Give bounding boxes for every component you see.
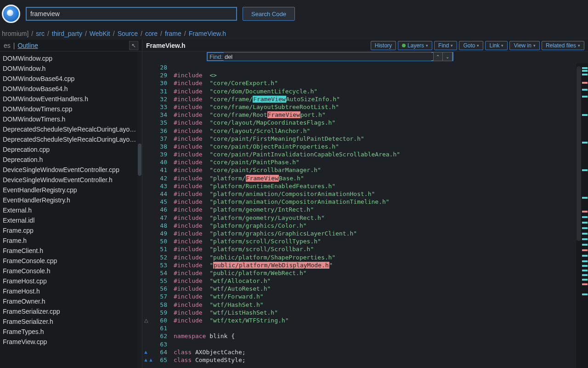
ruler-mark[interactable] bbox=[582, 255, 588, 257]
sidebar-file-list[interactable]: DOMWindow.cppDOMWindow.hDOMWindowBase64.… bbox=[0, 52, 142, 368]
ruler-mark[interactable] bbox=[582, 211, 588, 213]
code-line[interactable]: #include "wtf/Allocator.h" bbox=[174, 277, 588, 285]
ruler-mark[interactable] bbox=[582, 238, 588, 240]
code-line[interactable]: #include "platform/animation/CompositorA… bbox=[174, 198, 588, 206]
sidebar-file-item[interactable]: DOMWindowTimers.cpp bbox=[0, 104, 142, 114]
sidebar-file-item[interactable]: DeviceSingleWindowEventController.h bbox=[0, 175, 142, 185]
code-line[interactable]: #include "platform/scroll/Scrollbar.h" bbox=[174, 245, 588, 253]
sidebar-file-item[interactable]: External.h bbox=[0, 205, 142, 215]
code-line[interactable]: #include "core/CoreExport.h" bbox=[174, 79, 588, 87]
sidebar-file-item[interactable]: FrameHost.h bbox=[0, 286, 142, 296]
sidebar-file-item[interactable]: DeviceSingleWindowEventController.cpp bbox=[0, 165, 142, 175]
sidebar-file-item[interactable]: DOMWindowBase64.cpp bbox=[0, 74, 142, 84]
code-line[interactable] bbox=[174, 340, 588, 348]
ruler-mark[interactable] bbox=[582, 274, 588, 276]
sidebar-file-item[interactable]: FrameOwner.h bbox=[0, 296, 142, 306]
sidebar-file-item[interactable]: DeprecatedScheduleStyleRecalcDuringLayou… bbox=[0, 124, 142, 134]
sidebar-file-item[interactable]: FrameSerializer.cpp bbox=[0, 306, 142, 316]
code-line[interactable]: #include "wtf/text/WTFString.h" bbox=[174, 316, 588, 324]
code-line[interactable]: class AXObjectCache; bbox=[174, 348, 588, 356]
code-area[interactable]: △▲▲▲ 28293031323334353637383940414243444… bbox=[142, 52, 588, 368]
code-line[interactable]: #include "platform/animation/CompositorA… bbox=[174, 190, 588, 198]
find-button[interactable]: Find▾ bbox=[434, 41, 457, 50]
code-line[interactable]: #include "platform/graphics/Color.h" bbox=[174, 222, 588, 230]
code-line[interactable]: #include <> bbox=[174, 71, 588, 79]
sidebar-file-item[interactable]: FrameHost.cpp bbox=[0, 276, 142, 286]
code-line[interactable] bbox=[174, 324, 588, 332]
code-line[interactable]: #include "public/platform/ShapePropertie… bbox=[174, 253, 588, 261]
breadcrumb-segment[interactable]: Source bbox=[118, 30, 138, 37]
code-line[interactable]: #include "public/platform/WebDisplayMode… bbox=[174, 261, 588, 269]
sidebar-file-item[interactable]: Frame.cpp bbox=[0, 225, 142, 236]
code-line[interactable] bbox=[174, 63, 588, 71]
ruler-mark[interactable] bbox=[582, 227, 588, 229]
ruler-mark[interactable] bbox=[582, 70, 588, 72]
breadcrumb-segment[interactable]: src bbox=[36, 30, 45, 37]
layers-button[interactable]: Layers▾ bbox=[398, 41, 432, 50]
code-line[interactable]: #include "public/platform/WebRect.h" bbox=[174, 269, 588, 277]
search-code-button[interactable]: Search Code bbox=[243, 7, 295, 21]
breadcrumb-segment[interactable]: third_party bbox=[52, 30, 82, 37]
code-line[interactable]: #include "core/frame/RootFrameViewport.h… bbox=[174, 111, 588, 119]
breadcrumb-segment[interactable]: frame bbox=[165, 30, 181, 37]
overview-ruler[interactable] bbox=[582, 63, 588, 368]
find-prev-button[interactable]: ⌃ bbox=[434, 52, 443, 61]
ruler-mark[interactable] bbox=[582, 260, 588, 262]
ruler-mark[interactable] bbox=[582, 74, 588, 75]
code-line[interactable]: #include "platform/scroll/ScrollTypes.h" bbox=[174, 237, 588, 245]
sidebar-file-item[interactable]: Frame.h bbox=[0, 236, 142, 246]
code-content[interactable]: #include <>#include "core/CoreExport.h"#… bbox=[171, 52, 588, 368]
code-line[interactable]: #include "core/paint/ScrollbarManager.h" bbox=[174, 166, 588, 174]
ruler-mark[interactable] bbox=[582, 197, 588, 199]
view-in-button[interactable]: View in▾ bbox=[509, 41, 539, 50]
sidebar-file-item[interactable]: FrameSerializer.h bbox=[0, 316, 142, 327]
code-line[interactable]: class ComputedStyle; bbox=[174, 356, 588, 364]
code-scrollbar-thumb[interactable] bbox=[577, 66, 581, 241]
code-line[interactable]: #include "platform/RuntimeEnabledFeature… bbox=[174, 182, 588, 190]
code-line[interactable]: #include "wtf/HashSet.h" bbox=[174, 301, 588, 309]
code-line[interactable]: #include "core/paint/ObjectPaintProperti… bbox=[174, 143, 588, 150]
code-line[interactable]: #include "core/frame/LayoutSubtreeRootLi… bbox=[174, 103, 588, 111]
find-next-button[interactable]: ⌄ bbox=[443, 52, 452, 61]
sidebar-file-item[interactable]: FrameConsole.cpp bbox=[0, 256, 142, 266]
breadcrumb-segment[interactable]: core bbox=[145, 30, 158, 37]
sidebar-file-item[interactable]: DOMWindow.cpp bbox=[0, 53, 142, 63]
find-input[interactable] bbox=[224, 52, 431, 61]
sidebar-tab-outline[interactable]: Outline bbox=[17, 42, 38, 49]
sidebar-file-item[interactable]: FrameClient.h bbox=[0, 246, 142, 256]
sidebar-file-item[interactable]: Deprecation.cpp bbox=[0, 144, 142, 155]
breadcrumb-segment[interactable]: FrameView.h bbox=[189, 30, 226, 37]
ruler-mark[interactable] bbox=[582, 244, 588, 246]
sidebar-scrollbar[interactable] bbox=[137, 52, 142, 368]
code-line[interactable]: namespace blink { bbox=[174, 332, 588, 340]
collapse-sidebar-button[interactable]: ↖ bbox=[129, 41, 138, 50]
code-line[interactable]: #include "wtf/AutoReset.h" bbox=[174, 285, 588, 293]
ruler-mark[interactable] bbox=[582, 96, 588, 98]
code-line[interactable]: #include "core/paint/PaintPhase.h" bbox=[174, 158, 588, 166]
sidebar-file-item[interactable]: Deprecation.h bbox=[0, 155, 142, 165]
sidebar-file-item[interactable]: DeprecatedScheduleStyleRecalcDuringLayou… bbox=[0, 134, 142, 144]
sidebar-file-item[interactable]: FrameView.cpp bbox=[0, 337, 142, 347]
link-button[interactable]: Link▾ bbox=[485, 41, 508, 50]
ruler-mark[interactable] bbox=[582, 283, 588, 285]
sidebar-file-item[interactable]: External.idl bbox=[0, 215, 142, 225]
ruler-mark[interactable] bbox=[582, 89, 588, 91]
history-button[interactable]: History bbox=[371, 41, 396, 50]
ruler-mark[interactable] bbox=[582, 216, 588, 218]
code-line[interactable]: #include "platform/graphics/GraphicsLaye… bbox=[174, 230, 588, 237]
code-line[interactable]: #include "wtf/Forward.h" bbox=[174, 293, 588, 300]
ruler-mark[interactable] bbox=[582, 114, 588, 116]
ruler-mark[interactable] bbox=[582, 270, 588, 271]
code-line[interactable]: #include "core/frame/FrameViewAutoSizeIn… bbox=[174, 95, 588, 103]
code-line[interactable]: #include "core/dom/DocumentLifecycle.h" bbox=[174, 87, 588, 95]
ruler-mark[interactable] bbox=[582, 142, 588, 144]
sidebar-tab-files[interactable]: es bbox=[4, 42, 11, 49]
sidebar-file-item[interactable]: FrameConsole.h bbox=[0, 266, 142, 276]
breadcrumb-segment[interactable]: WebKit bbox=[90, 30, 110, 37]
sidebar-file-item[interactable]: DOMWindow.h bbox=[0, 63, 142, 74]
related-files-button[interactable]: Related files▾ bbox=[542, 41, 584, 50]
ruler-mark[interactable] bbox=[582, 82, 588, 84]
sidebar-file-item[interactable]: EventHandlerRegistry.cpp bbox=[0, 185, 142, 195]
ruler-mark[interactable] bbox=[582, 293, 588, 295]
ruler-mark[interactable] bbox=[582, 169, 588, 171]
